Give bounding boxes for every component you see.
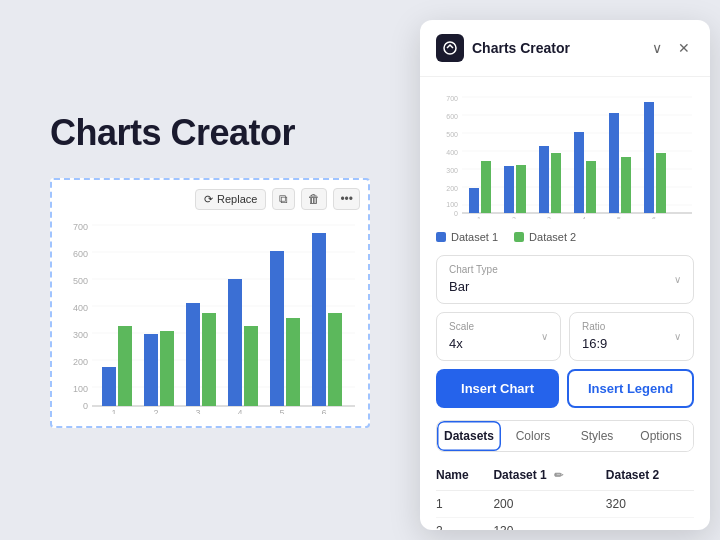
scale-ratio-row: Scale 4x ∨ Ratio 16:9 ∨ [436,312,694,361]
svg-text:5: 5 [617,216,621,219]
ratio-field[interactable]: Ratio 16:9 ∨ [569,312,694,361]
svg-rect-19 [160,331,174,406]
row1-d2: 320 [606,491,694,518]
more-button[interactable]: ••• [333,188,360,210]
replace-icon: ⟳ [204,193,213,206]
svg-rect-58 [586,161,596,213]
page-title: Charts Creator [50,112,295,154]
tab-datasets[interactable]: Datasets [437,421,501,451]
row1-d1: 200 [493,491,605,518]
chart-type-chevron: ∨ [674,274,681,285]
svg-text:200: 200 [73,357,88,367]
scale-chevron: ∨ [541,331,548,342]
close-icon[interactable]: ✕ [674,38,694,58]
main-chart-svg: 700 600 500 400 300 200 100 0 [60,214,360,414]
svg-text:500: 500 [73,276,88,286]
svg-point-34 [444,42,456,54]
chart-toolbar: ⟳ Replace ⧉ 🗑 ••• [60,188,360,210]
panel-chart-svg: 700 600 500 400 300 200 100 0 [436,89,694,219]
svg-text:400: 400 [446,149,458,156]
scale-field[interactable]: Scale 4x ∨ [436,312,561,361]
svg-rect-51 [469,188,479,213]
panel-content: 700 600 500 400 300 200 100 0 [420,77,710,530]
svg-text:5: 5 [279,408,284,414]
svg-rect-26 [312,233,326,406]
row2-d1: 130 [493,518,605,531]
svg-text:700: 700 [446,95,458,102]
row2-name: 2 [436,518,493,531]
svg-rect-61 [644,102,654,213]
col-name: Name [436,464,493,491]
panel-header-left: Charts Creator [436,34,570,62]
svg-rect-59 [609,113,619,213]
svg-rect-20 [186,303,200,406]
left-area: Charts Creator ⟳ Replace ⧉ 🗑 ••• 700 600… [0,0,420,540]
svg-rect-25 [286,318,300,406]
svg-rect-16 [102,367,116,406]
svg-text:100: 100 [446,201,458,208]
delete-button[interactable]: 🗑 [301,188,327,210]
svg-text:3: 3 [195,408,200,414]
tab-options[interactable]: Options [629,421,693,451]
svg-text:600: 600 [73,249,88,259]
panel-title: Charts Creator [472,40,570,56]
ratio-chevron: ∨ [674,331,681,342]
app-icon [436,34,464,62]
svg-rect-21 [202,313,216,406]
svg-text:1: 1 [477,216,481,219]
panel-chart: 700 600 500 400 300 200 100 0 [436,89,694,223]
insert-legend-button[interactable]: Insert Legend [567,369,694,408]
svg-text:600: 600 [446,113,458,120]
svg-text:500: 500 [446,131,458,138]
svg-text:6: 6 [321,408,326,414]
svg-text:300: 300 [446,167,458,174]
table-row: 2 130 [436,518,694,531]
svg-rect-52 [481,161,491,213]
svg-text:6: 6 [652,216,656,219]
svg-text:200: 200 [446,185,458,192]
svg-rect-27 [328,313,342,406]
table-row: 1 200 320 [436,491,694,518]
svg-text:3: 3 [547,216,551,219]
svg-text:1: 1 [111,408,116,414]
svg-rect-57 [574,132,584,213]
svg-rect-62 [656,153,666,213]
tab-colors[interactable]: Colors [501,421,565,451]
svg-text:0: 0 [83,401,88,411]
right-panel: Charts Creator ∨ ✕ 700 600 500 400 300 2… [420,20,710,530]
legend-row: Dataset 1 Dataset 2 [436,231,694,243]
legend-item-2: Dataset 2 [514,231,576,243]
svg-text:4: 4 [237,408,242,414]
svg-rect-60 [621,157,631,213]
svg-text:100: 100 [73,384,88,394]
svg-rect-17 [118,326,132,406]
copy-button[interactable]: ⧉ [272,188,295,210]
row2-d2 [606,518,694,531]
replace-button[interactable]: ⟳ Replace [195,189,266,210]
svg-rect-55 [539,146,549,213]
chevron-down-icon[interactable]: ∨ [648,38,666,58]
tabs-row: Datasets Colors Styles Options [436,420,694,452]
col-dataset1: Dataset 1 ✏ [493,464,605,491]
chart-type-field[interactable]: Chart Type Bar ∨ [436,255,694,304]
svg-text:2: 2 [512,216,516,219]
row1-name: 1 [436,491,493,518]
svg-rect-22 [228,279,242,406]
svg-rect-53 [504,166,514,213]
main-chart: 700 600 500 400 300 200 100 0 [60,214,360,418]
svg-text:700: 700 [73,222,88,232]
svg-text:0: 0 [454,210,458,217]
svg-rect-18 [144,334,158,406]
dataset1-edit-icon[interactable]: ✏ [554,469,563,481]
insert-chart-button[interactable]: Insert Chart [436,369,559,408]
datasets-table: Name Dataset 1 ✏ Dataset 2 1 200 320 2 1… [436,464,694,530]
tab-styles[interactable]: Styles [565,421,629,451]
action-buttons: Insert Chart Insert Legend [436,369,694,408]
col-dataset2: Dataset 2 [606,464,694,491]
svg-rect-54 [516,165,526,213]
legend-item-1: Dataset 1 [436,231,498,243]
svg-rect-56 [551,153,561,213]
svg-rect-24 [270,251,284,406]
svg-text:400: 400 [73,303,88,313]
legend-dot-1 [436,232,446,242]
